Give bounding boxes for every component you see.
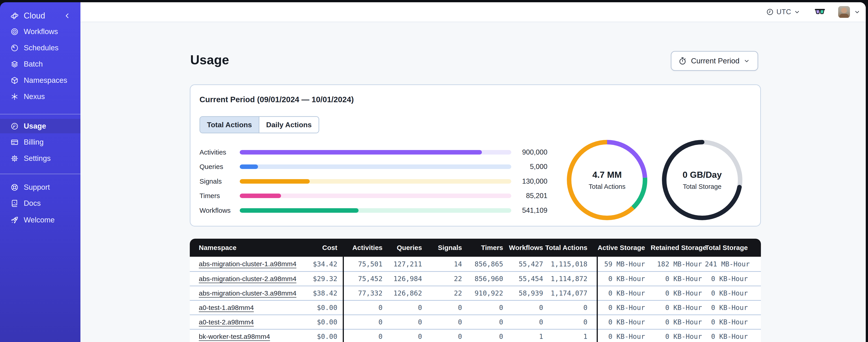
tab-total-actions[interactable]: Total Actions — [200, 117, 259, 133]
col-header-activities: Activities — [343, 244, 382, 251]
sidebar-item-workflows[interactable]: Workflows — [0, 24, 81, 40]
topbar: UTC — [81, 2, 866, 22]
sidebar-item-batch[interactable]: Batch — [0, 56, 81, 72]
bar-label: Queries — [199, 163, 240, 171]
chevron-down-icon — [794, 9, 800, 15]
batch-layers-icon — [10, 60, 19, 68]
brand-label: Cloud — [24, 11, 45, 21]
sidebar-item-schedules[interactable]: Schedules — [0, 40, 81, 56]
sidebar-item-docs[interactable]: Docs — [0, 195, 81, 211]
tab-daily-actions[interactable]: Daily Actions — [259, 117, 318, 133]
col-header-timers: Timers — [462, 244, 503, 251]
bar-track — [240, 194, 511, 198]
bar-fill — [240, 179, 310, 184]
bar-track — [240, 150, 511, 155]
sidebar-divider — [0, 114, 81, 114]
sidebar-item-nexus[interactable]: Nexus — [0, 89, 81, 105]
bar-fill — [240, 194, 281, 198]
chevron-down-icon — [744, 58, 750, 64]
usage-gauge-icon — [10, 122, 19, 130]
namespace-link[interactable]: abs-migration-cluster-3.a98mm4 — [199, 289, 297, 297]
bar-track — [240, 165, 511, 169]
sidebar-collapse-icon[interactable] — [64, 12, 70, 19]
settings-gear-icon — [10, 154, 19, 163]
app-window: Cloud Workflows Schedules Batch Namespac… — [0, 2, 866, 342]
namespace-usage-table: Namespace Cost Activities Queries Signal… — [190, 239, 761, 342]
sidebar-item-settings[interactable]: Settings — [0, 150, 81, 167]
bar-fill — [240, 150, 482, 155]
account-menu-chevron-icon[interactable] — [854, 9, 860, 15]
bar-track — [240, 208, 511, 213]
table-header-row: Namespace Cost Activities Queries Signal… — [190, 239, 761, 257]
namespaces-cube-icon — [10, 76, 19, 84]
sidebar-item-namespaces[interactable]: Namespaces — [0, 72, 81, 89]
sidebar-item-welcome[interactable]: Welcome — [0, 212, 81, 228]
namespace-link[interactable]: bk-worker-test.a98mm4 — [199, 333, 270, 340]
welcome-rocket-icon — [10, 216, 19, 224]
bar-value: 900,000 — [511, 148, 548, 156]
bar-value: 85,201 — [511, 192, 548, 200]
main-area: UTC U — [81, 2, 866, 342]
current-period-card: Current Period (09/01/2024 — 10/01/2024)… — [190, 84, 761, 227]
bar-label: Activities — [199, 148, 240, 156]
avatar[interactable] — [838, 6, 850, 18]
table-row: abs-migration-cluster-1.a98mm4 $34.4275,… — [190, 257, 761, 271]
table-row: bk-worker-test.a98mm4 $0.000000110 KB-Ho… — [190, 329, 761, 342]
sidebar: Cloud Workflows Schedules Batch Namespac… — [0, 2, 81, 342]
table-row: abs-migration-cluster-3.a98mm4 $38.4277,… — [190, 285, 761, 300]
total-storage-value: 0 GB/Day — [683, 170, 722, 180]
sidebar-item-usage[interactable]: Usage — [0, 119, 81, 133]
bar-fill — [240, 208, 359, 213]
table-vertical-divider — [343, 257, 344, 342]
bar-label: Signals — [199, 177, 240, 185]
col-header-cost: Cost — [303, 244, 343, 251]
timezone-label: UTC — [776, 8, 791, 16]
col-header-queries: Queries — [382, 244, 422, 251]
billing-card-icon — [10, 138, 19, 146]
col-header-namespace: Namespace — [190, 244, 303, 251]
period-select-button[interactable]: Current Period — [671, 51, 758, 71]
bar-row-timers: Timers 85,201 — [199, 192, 548, 200]
table-row: abs-migration-cluster-2.a98mm4 $29.3275,… — [190, 271, 761, 285]
table-row: a0-test-2.a98mm4 $0.000000000 KB-Hour0 K… — [190, 314, 761, 329]
col-header-retained-storage: Retained Storage — [651, 244, 705, 251]
bar-label: Workflows — [199, 207, 240, 214]
namespace-link[interactable]: a0-test-2.a98mm4 — [199, 318, 254, 326]
bar-row-activities: Activities 900,000 — [199, 148, 548, 156]
page-title: Usage — [190, 52, 229, 67]
col-header-signals: Signals — [422, 244, 462, 251]
sidebar-item-support[interactable]: Support — [0, 179, 81, 195]
nerd-glasses-icon[interactable] — [815, 8, 825, 15]
content: Usage Current Period Current Period (09/… — [81, 22, 866, 342]
col-header-workflows: Workflows — [503, 244, 543, 251]
period-select-label: Current Period — [691, 57, 739, 65]
bar-value: 5,000 — [511, 163, 548, 171]
col-header-total-storage: Total Storage — [705, 244, 761, 251]
col-header-active-storage: Active Storage — [597, 244, 651, 251]
namespace-link[interactable]: a0-test-1.a98mm4 — [199, 304, 254, 311]
total-storage-donut: 0 GB/Day Total Storage — [662, 140, 742, 220]
stopwatch-icon — [678, 57, 687, 65]
cloud-logo-icon — [10, 12, 19, 20]
total-storage-label: Total Storage — [683, 183, 722, 191]
namespace-link[interactable]: abs-migration-cluster-1.a98mm4 — [199, 260, 297, 268]
sidebar-item-billing[interactable]: Billing — [0, 134, 81, 150]
total-actions-donut: 4.7 MM Total Actions — [567, 140, 647, 220]
table-body: abs-migration-cluster-1.a98mm4 $34.4275,… — [190, 257, 761, 342]
schedules-icon — [10, 44, 19, 52]
bar-value: 130,000 — [511, 177, 548, 185]
current-period-title: Current Period (09/01/2024 — 10/01/2024) — [199, 95, 354, 104]
actions-tab-group: Total Actions Daily Actions — [199, 116, 319, 133]
sidebar-divider — [0, 174, 81, 174]
bar-fill — [240, 165, 258, 169]
table-row: a0-test-1.a98mm4 $0.000000000 KB-Hour0 K… — [190, 300, 761, 314]
nexus-asterisk-icon — [10, 93, 19, 101]
bar-track — [240, 179, 511, 184]
namespace-link[interactable]: abs-migration-cluster-2.a98mm4 — [199, 275, 297, 282]
clock-icon — [766, 8, 774, 16]
bar-label: Timers — [199, 192, 240, 200]
workflows-icon — [10, 28, 19, 36]
bar-value: 541,109 — [511, 206, 548, 214]
timezone-selector[interactable]: UTC — [766, 8, 800, 16]
total-actions-label: Total Actions — [589, 183, 626, 191]
